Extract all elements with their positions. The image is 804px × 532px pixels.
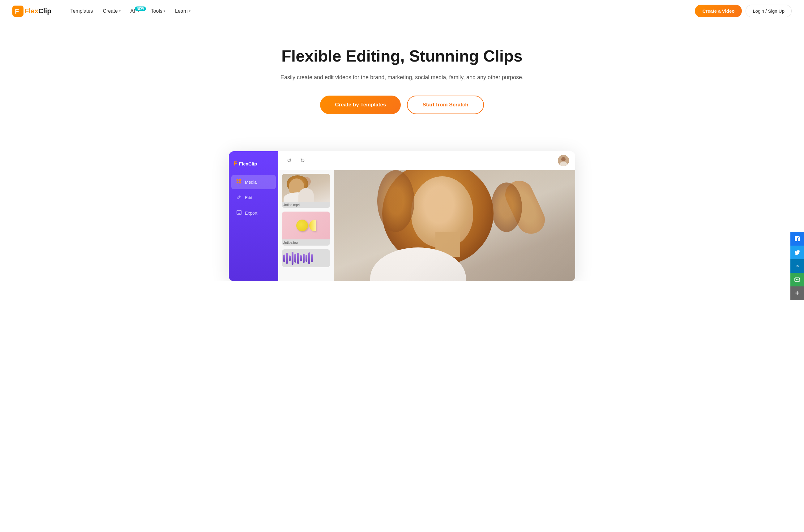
editor-logo-text: FlexClip [239, 161, 257, 166]
login-button[interactable]: Login / Sign Up [746, 5, 792, 17]
lemon-half [309, 220, 316, 231]
editor-logo-icon: F [234, 160, 237, 167]
svg-rect-2 [236, 179, 238, 181]
editor-window: F FlexClip Media [229, 151, 575, 281]
media-item-0[interactable]: Untitle.mp4 [282, 174, 330, 208]
editor-sidebar: F FlexClip Media [229, 151, 278, 281]
create-video-button[interactable]: Create a Video [695, 5, 742, 17]
svg-rect-10 [795, 278, 800, 281]
ai-new-badge: NEW [135, 6, 146, 11]
redo-button[interactable]: ↻ [298, 156, 307, 165]
export-icon [236, 210, 242, 216]
thumb-person [282, 174, 330, 202]
learn-chevron-icon: ▾ [189, 9, 191, 13]
svg-point-8 [561, 157, 566, 162]
undo-button[interactable]: ↺ [285, 156, 294, 165]
nav-ai[interactable]: AI NEW ▾ [126, 6, 145, 16]
twitter-share-button[interactable] [790, 246, 804, 259]
wave-bar-8 [303, 254, 305, 263]
wave-bar-10 [308, 252, 310, 264]
media-label: Media [245, 180, 257, 185]
thumb-body [284, 192, 311, 202]
hero-section: Flexible Editing, Stunning Clips Easily … [247, 22, 557, 151]
svg-rect-4 [236, 182, 238, 184]
edit-icon [236, 194, 242, 201]
linkedin-icon: in [796, 264, 799, 268]
email-share-button[interactable] [790, 273, 804, 281]
wave-bar-3 [289, 255, 291, 261]
logo[interactable]: F FlexClip [12, 5, 51, 17]
logo-text: FlexClip [25, 7, 51, 15]
media-item-2[interactable] [282, 249, 330, 267]
editor-logo: F FlexClip [229, 157, 278, 174]
editor-preview: F FlexClip Media [216, 151, 588, 281]
hero-buttons: Create by Templates Start from Scratch [260, 96, 544, 114]
tools-chevron-icon: ▾ [164, 9, 165, 13]
nav-create[interactable]: Create ▾ [99, 6, 125, 16]
nav-learn[interactable]: Learn ▾ [171, 6, 195, 16]
sidebar-item-media[interactable]: Media [231, 175, 276, 189]
hero-title: Flexible Editing, Stunning Clips [260, 47, 544, 65]
navbar: F FlexClip Templates Create ▾ AI NEW ▾ T… [0, 0, 804, 22]
canvas-person-bg [334, 170, 575, 281]
editor-content: Untitle.mp4 Untitle.jpg [278, 170, 575, 281]
editor-main: ↺ ↻ [278, 151, 575, 281]
edit-label: Edit [245, 195, 252, 200]
thumb-fruit [282, 212, 330, 240]
lemon-whole [296, 220, 308, 231]
wave-bar-7 [300, 255, 302, 261]
nav-links: Templates Create ▾ AI NEW ▾ Tools ▾ Lear… [66, 6, 695, 16]
media-label-0: Untitle.mp4 [282, 202, 330, 208]
svg-rect-3 [239, 179, 241, 181]
canvas-area [334, 170, 575, 281]
wave-bar-2 [286, 253, 288, 264]
logo-icon: F [12, 5, 23, 17]
wave-bar-6 [297, 253, 299, 264]
hero-subtitle: Easily create and edit videos for the br… [260, 73, 544, 82]
svg-text:F: F [15, 7, 19, 15]
linkedin-share-button[interactable]: in [790, 259, 804, 273]
editor-toolbar: ↺ ↻ [278, 151, 575, 170]
media-item-1[interactable]: Untitle.jpg [282, 212, 330, 246]
media-panel: Untitle.mp4 Untitle.jpg [278, 170, 334, 281]
media-label-1: Untitle.jpg [282, 240, 330, 246]
create-by-templates-button[interactable]: Create by Templates [320, 96, 401, 114]
sidebar-item-export[interactable]: Export [231, 206, 276, 220]
media-grid-icon [236, 179, 242, 186]
wave-bar-4 [292, 252, 293, 265]
nav-templates[interactable]: Templates [66, 6, 97, 16]
nav-tools[interactable]: Tools ▾ [147, 6, 170, 16]
wave-bar-11 [311, 254, 313, 262]
wave-bar-5 [294, 254, 296, 263]
audio-waveform [282, 249, 330, 267]
sidebar-item-edit[interactable]: Edit [231, 191, 276, 205]
export-label: Export [245, 211, 257, 215]
wave-bar-9 [306, 255, 307, 262]
create-chevron-icon: ▾ [119, 9, 121, 13]
nav-actions: Create a Video Login / Sign Up [695, 5, 792, 17]
start-from-scratch-button[interactable]: Start from Scratch [407, 96, 484, 114]
user-avatar [558, 155, 569, 166]
social-sidebar: in + [790, 232, 804, 281]
svg-rect-5 [239, 182, 241, 184]
canvas-light-overlay [334, 170, 575, 281]
facebook-share-button[interactable] [790, 232, 804, 246]
wave-bar-1 [283, 254, 285, 262]
